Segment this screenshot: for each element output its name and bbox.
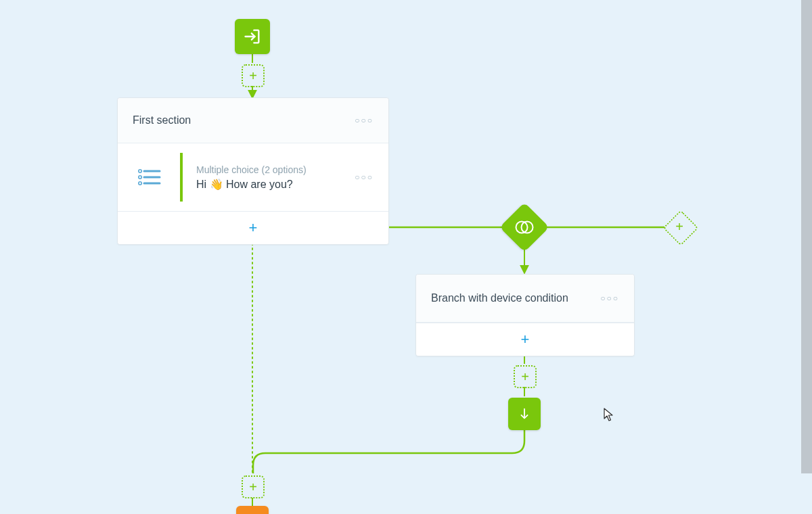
branch-title: Branch with device condition <box>431 292 568 304</box>
question-more-button[interactable]: ○○○ <box>355 172 374 182</box>
add-step-button-1[interactable]: + <box>242 64 265 87</box>
arrow-down-icon <box>517 406 532 421</box>
start-node[interactable] <box>235 19 270 54</box>
list-icon <box>118 143 180 211</box>
section-card[interactable]: First section ○○○ Multiple choice (2 opt… <box>117 97 389 245</box>
question-body: Multiple choice (2 options) Hi 👋 How are… <box>183 143 388 211</box>
add-step-button-3[interactable]: + <box>242 475 265 498</box>
add-step-button-2[interactable]: + <box>514 365 537 388</box>
connectors-layer <box>0 0 812 514</box>
branch-more-button[interactable]: ○○○ <box>600 294 619 303</box>
branch-header: Branch with device condition ○○○ <box>416 275 634 323</box>
add-branch-button[interactable] <box>662 210 699 246</box>
vertical-scrollbar[interactable] <box>801 0 812 473</box>
add-question-button[interactable]: + <box>118 211 388 244</box>
section-header: First section ○○○ <box>118 98 388 143</box>
merge-branch-node[interactable] <box>508 398 541 430</box>
wave-emoji: 👋 <box>210 179 223 190</box>
svg-point-13 <box>139 182 141 185</box>
svg-point-11 <box>139 176 141 179</box>
section-more-button[interactable]: ○○○ <box>355 116 374 125</box>
venn-icon <box>507 210 542 245</box>
enter-arrow-icon <box>243 27 262 46</box>
section-title: First section <box>133 114 191 126</box>
branch-add-question-button[interactable]: + <box>416 323 634 356</box>
question-row[interactable]: Multiple choice (2 options) Hi 👋 How are… <box>118 143 388 211</box>
svg-point-9 <box>139 170 141 172</box>
branch-card[interactable]: Branch with device condition ○○○ + <box>415 274 635 356</box>
cursor-icon <box>604 408 614 423</box>
workflow-canvas[interactable]: { "colors": { "accent_green": "#7ac70c",… <box>0 0 812 514</box>
next-section-node[interactable] <box>236 506 269 514</box>
